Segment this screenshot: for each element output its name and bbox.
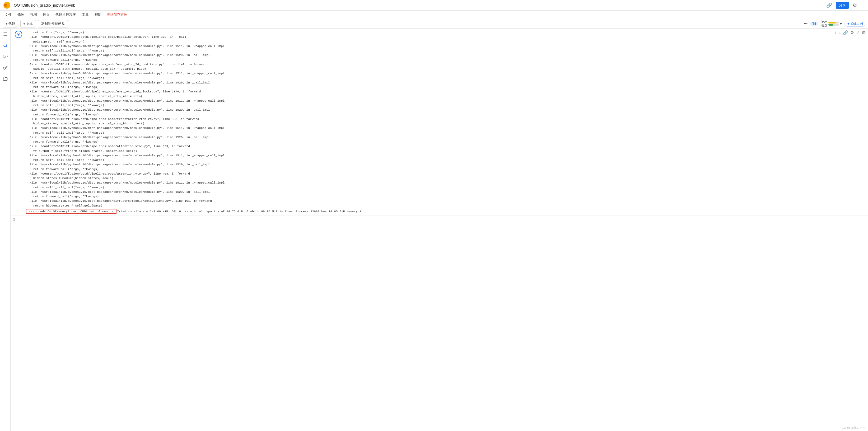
cell-gutter (10, 29, 24, 216)
sidebar-folder-icon[interactable] (2, 75, 9, 83)
ram-fill (828, 22, 836, 24)
svg-point-2 (7, 4, 10, 7)
bottom-line: 2 (10, 216, 868, 223)
more-icon[interactable]: ⋮ (861, 2, 865, 8)
sidebar-menu-icon[interactable]: ☰ (2, 31, 9, 38)
output-text: return func(*args, **kwargs) File "/cont… (26, 30, 832, 208)
menu-insert[interactable]: 插入 (40, 11, 52, 18)
output-line: File "/content/OOTDiffusion/ootd/pipelin… (26, 35, 832, 39)
output-line: return forward_call(*args, **kwargs) (26, 167, 832, 172)
settings-icon[interactable]: ⚙ (853, 2, 857, 8)
sidebar-key-icon[interactable] (2, 64, 9, 71)
disk-label: 磁盘 (821, 24, 827, 27)
cell-toolbar-right: ↑ ↓ 🔗 ⚙ ⤢ 🗑 (834, 29, 868, 216)
output-line: File "/usr/local/lib/python3.10/dist-pac… (26, 162, 832, 167)
svg-line-4 (6, 46, 7, 47)
output-line: hidden_states, spatial_attn_inputs, spat… (26, 94, 832, 98)
toolbar-dots[interactable]: ••• (804, 22, 808, 26)
output-line: File "/usr/local/lib/python3.10/dist-pac… (26, 44, 832, 48)
sidebar-search-icon[interactable] (2, 42, 9, 49)
dropdown-icon[interactable]: ▾ (840, 22, 842, 26)
output-line: return self._call_impl(*args, **kwargs) (26, 158, 832, 162)
output-line: return forward_call(*args, **kwargs) (26, 194, 832, 198)
colab-ai-button[interactable]: ✦ Colab AI (844, 21, 865, 27)
menubar: 文件 修改 视图 插入 代码执行程序 工具 帮助 无法保存更改 (0, 10, 868, 19)
cell-settings-icon[interactable]: ⚙ (850, 30, 854, 35)
sidebar: ☰ {x} (0, 29, 10, 431)
svg-point-6 (18, 34, 19, 35)
cell-output: return func(*args, **kwargs) File "/cont… (24, 29, 834, 216)
t4-badge[interactable]: T4 (810, 22, 818, 26)
colab-ai-label: Colab AI (851, 22, 863, 26)
content-area: return func(*args, **kwargs) File "/cont… (10, 29, 868, 431)
output-line: File "/usr/local/lib/python3.10/dist-pac… (26, 153, 832, 158)
svg-point-3 (4, 44, 7, 47)
run-button[interactable] (15, 31, 22, 38)
output-line: sample, spatial_attn_inputs, spatial_att… (26, 66, 832, 71)
sidebar-code-icon[interactable]: {x} (2, 53, 9, 60)
output-line: File "/usr/local/lib/python3.10/dist-pac… (26, 126, 832, 130)
output-line: File "/usr/local/lib/python3.10/dist-pac… (26, 198, 832, 203)
colab-logo[interactable] (3, 1, 11, 9)
output-line: File "/usr/local/lib/python3.10/dist-pac… (26, 53, 832, 57)
error-line: torch.cuda.OutOfMemoryError: CUDA out of… (26, 209, 832, 214)
output-line: File "/usr/local/lib/python3.10/dist-pac… (26, 107, 832, 112)
ram-widget[interactable]: RAM 磁盘 ▾ (821, 20, 842, 27)
output-line: return func(*args, **kwargs) (26, 30, 832, 35)
output-line: return self._call_impl(*args, **kwargs) (26, 103, 832, 107)
output-line: return hidden_states * self.gelu(gate) (26, 203, 832, 208)
output-line: return self._call_impl(*args, **kwargs) (26, 185, 832, 190)
output-line: return forward_call(*args, **kwargs) (26, 140, 832, 144)
link-cell-icon[interactable]: 🔗 (843, 30, 848, 35)
output-line: File "/usr/local/lib/python3.10/dist-pac… (26, 135, 832, 140)
output-line: File "/usr/local/lib/python3.10/dist-pac… (26, 98, 832, 103)
menu-help[interactable]: 帮助 (92, 11, 104, 18)
cell-main: return func(*args, **kwargs) File "/cont… (10, 29, 868, 216)
output-line: File "/usr/local/lib/python3.10/dist-pac… (26, 190, 832, 194)
output-line: File "/content/OOTDiffusion/ootd/pipelin… (26, 144, 832, 148)
output-line: File "/usr/local/lib/python3.10/dist-pac… (26, 180, 832, 185)
output-line: File "/usr/local/lib/python3.10/dist-pac… (26, 71, 832, 75)
ram-label: RAM (821, 20, 827, 24)
watermark: CSDN @元先生生 (842, 426, 865, 430)
move-up-icon[interactable]: ↑ (834, 30, 837, 35)
menu-runtime[interactable]: 代码执行程序 (53, 11, 79, 18)
expand-icon[interactable]: ⤢ (856, 30, 860, 35)
output-line: File "/content/OOTDiffusion/ootd/pipelin… (26, 89, 832, 94)
cell-actions-row: ↑ ↓ 🔗 ⚙ ⤢ 🗑 (834, 30, 866, 35)
error-rest-text: Tried to allocate 240.00 MiB. GPU 0 has … (117, 210, 361, 213)
delete-cell-icon[interactable]: 🗑 (862, 30, 866, 35)
output-line: File "/content/OOTDiffusion/ootd/pipelin… (26, 62, 832, 66)
error-highlighted-text: torch.cuda.OutOfMemoryError: CUDA out of… (26, 209, 117, 214)
menu-view[interactable]: 视图 (28, 11, 40, 18)
toolbar: + 代码 + 文本 复制到云端硬盘 ••• T4 RAM 磁盘 ▾ ✦ Cola… (0, 19, 868, 29)
add-text-button[interactable]: + 文本 (20, 20, 36, 28)
menu-tools[interactable]: 工具 (79, 11, 91, 18)
copy-to-cloud-button[interactable]: 复制到云端硬盘 (38, 20, 68, 28)
output-line: return forward_call(*args, **kwargs) (26, 58, 832, 62)
move-down-icon[interactable]: ↓ (839, 30, 841, 35)
topbar-right: 🔗 分享 ⚙ ⋮ (826, 2, 865, 9)
output-line: ff_output = self.ff(norm_hidden_states, … (26, 149, 832, 153)
output-line: return forward_call(*args, **kwargs) (26, 85, 832, 89)
ram-bar (828, 22, 839, 24)
colab-ai-icon: ✦ (847, 22, 850, 26)
unsaved-notice: 无法保存更改 (107, 12, 127, 17)
menu-file[interactable]: 文件 (2, 11, 14, 18)
disk-fill (828, 24, 833, 26)
topbar: OOTDiffusion_gradio_jupyter.ipynb 🔗 分享 ⚙… (0, 0, 868, 10)
notebook-title: OOTDiffusion_gradio_jupyter.ipynb (14, 3, 824, 7)
menu-edit[interactable]: 修改 (15, 11, 27, 18)
output-line: return self._call_impl(*args, **kwargs) (26, 48, 832, 53)
output-line: return forward_call(*args, **kwargs) (26, 112, 832, 117)
line-number: 2 (13, 217, 15, 221)
output-line: return self._call_impl(*args, **kwargs) (26, 76, 832, 80)
link-icon[interactable]: 🔗 (826, 2, 832, 8)
output-line: File "/usr/local/lib/python3.10/dist-pac… (26, 80, 832, 85)
output-line: File "/content/OOTDiffusion/ootd/pipelin… (26, 117, 832, 121)
output-line: noise_pred = self.unet_vton( (26, 39, 832, 44)
toolbar-right: ••• T4 RAM 磁盘 ▾ ✦ Colab AI (804, 20, 866, 27)
add-code-button[interactable]: + 代码 (3, 20, 18, 28)
share-button[interactable]: 分享 (836, 2, 849, 9)
output-line: File "/content/OOTDiffusion/ootd/pipelin… (26, 172, 832, 176)
